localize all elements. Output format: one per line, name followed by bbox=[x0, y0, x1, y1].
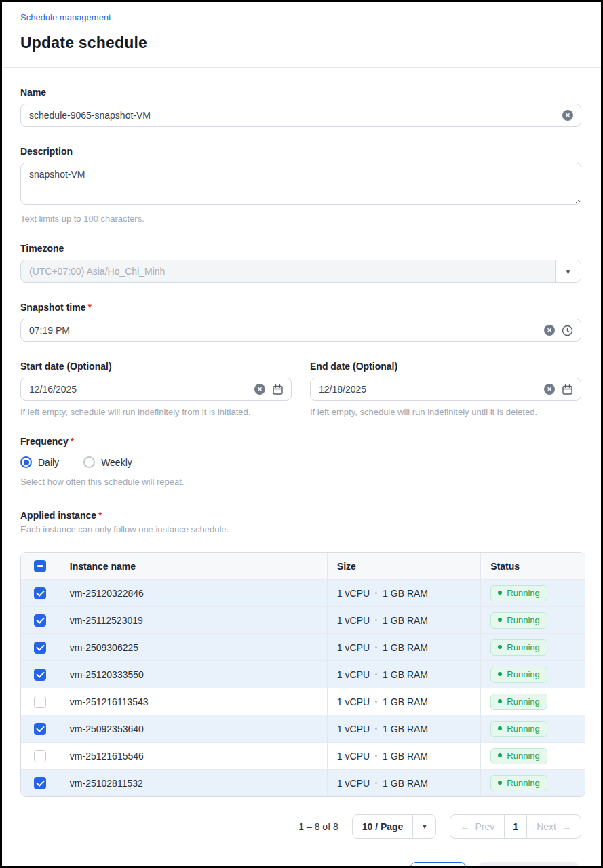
status-badge: Running bbox=[490, 775, 547, 791]
name-input[interactable] bbox=[20, 104, 581, 127]
applied-instance-label: Applied instance bbox=[20, 510, 96, 521]
cpu-value: 1 vCPU bbox=[337, 588, 370, 599]
clear-name-icon[interactable]: ✕ bbox=[562, 110, 573, 121]
applied-instance-section: Applied instance* Each instance can only… bbox=[20, 510, 581, 868]
clear-time-icon[interactable]: ✕ bbox=[544, 325, 555, 336]
instance-table: Instance name Size Status vm-25120322846… bbox=[20, 552, 585, 797]
arrow-right-icon: → bbox=[562, 821, 571, 832]
clear-start-date-icon[interactable]: ✕ bbox=[254, 384, 265, 395]
description-input[interactable]: snapshot-VM bbox=[20, 163, 581, 205]
page-number-button[interactable]: 1 bbox=[504, 815, 527, 838]
frequency-helper: Select how often this schedule will repe… bbox=[20, 477, 581, 487]
clock-icon[interactable] bbox=[562, 325, 573, 336]
form-actions: Cancel Update schedule bbox=[20, 862, 581, 868]
cpu-value: 1 vCPU bbox=[337, 751, 370, 762]
prev-page-button[interactable]: ← Prev bbox=[450, 815, 504, 838]
update-schedule-button[interactable]: Update schedule bbox=[478, 862, 579, 868]
dates-row: Start date (Optional) ✕ If left empty, s… bbox=[20, 361, 581, 417]
calendar-icon[interactable] bbox=[562, 384, 573, 395]
dot-separator bbox=[375, 782, 377, 784]
instance-name: vm-25120333550 bbox=[60, 661, 328, 688]
snapshot-time-label: Snapshot time bbox=[20, 302, 85, 313]
row-checkbox[interactable] bbox=[34, 750, 46, 762]
frequency-label: Frequency bbox=[20, 436, 69, 447]
description-label: Description bbox=[20, 146, 581, 157]
page-size-select[interactable]: 10 / Page ▼ bbox=[352, 814, 437, 839]
status-badge: Running bbox=[490, 612, 547, 629]
pagination-range: 1 – 8 of 8 bbox=[298, 821, 338, 832]
dot-separator bbox=[375, 728, 377, 730]
row-checkbox[interactable] bbox=[34, 587, 46, 599]
status-dot-icon bbox=[498, 726, 502, 730]
instance-name: vm-25102811532 bbox=[60, 770, 328, 796]
column-header-status: Status bbox=[481, 553, 585, 579]
frequency-option-weekly[interactable]: Weekly bbox=[83, 456, 132, 468]
ram-value: 1 GB RAM bbox=[383, 588, 428, 599]
status-badge: Running bbox=[490, 721, 547, 737]
status-badge: Running bbox=[490, 694, 547, 710]
dot-separator bbox=[375, 646, 377, 648]
row-checkbox[interactable] bbox=[34, 723, 46, 735]
frequency-option-daily[interactable]: Daily bbox=[20, 456, 59, 468]
cpu-value: 1 vCPU bbox=[337, 669, 370, 680]
arrow-left-icon: ← bbox=[460, 821, 469, 832]
instance-name: vm-25120322846 bbox=[60, 580, 328, 606]
select-all-checkbox[interactable] bbox=[34, 560, 46, 572]
cpu-value: 1 vCPU bbox=[337, 615, 370, 626]
status-dot-icon bbox=[498, 781, 502, 785]
column-header-size: Size bbox=[328, 553, 481, 579]
instance-name: vm-251216113543 bbox=[60, 688, 328, 715]
ram-value: 1 GB RAM bbox=[383, 642, 428, 653]
row-checkbox[interactable] bbox=[34, 696, 46, 708]
clear-end-date-icon[interactable]: ✕ bbox=[544, 384, 555, 395]
row-checkbox[interactable] bbox=[34, 669, 46, 681]
name-label: Name bbox=[20, 87, 581, 98]
radio-icon bbox=[83, 456, 95, 468]
status-dot-icon bbox=[498, 672, 502, 676]
description-field: Description snapshot-VM Text limits up t… bbox=[20, 146, 581, 224]
snapshot-time-input[interactable] bbox=[20, 319, 581, 342]
next-page-button[interactable]: Next → bbox=[527, 815, 581, 838]
name-field: Name ✕ bbox=[20, 87, 581, 127]
dot-separator bbox=[375, 619, 377, 621]
table-row: vm-25120322846 1 vCPU1 GB RAM Running bbox=[21, 579, 585, 606]
radio-label: Weekly bbox=[101, 457, 132, 468]
row-checkbox[interactable] bbox=[34, 777, 46, 789]
row-checkbox[interactable] bbox=[34, 642, 46, 654]
timezone-field: Timezone (UTC+07:00) Asia/Ho_Chi_Minh ▼ bbox=[20, 243, 581, 283]
chevron-down-icon[interactable]: ▼ bbox=[412, 815, 435, 838]
required-asterisk: * bbox=[98, 510, 102, 521]
start-date-input[interactable] bbox=[20, 378, 292, 401]
radio-label: Daily bbox=[38, 457, 59, 468]
description-helper: Text limits up to 100 characters. bbox=[20, 214, 581, 224]
breadcrumb[interactable]: Schedule management bbox=[20, 12, 111, 22]
table-row: vm-25121615546 1 vCPU1 GB RAM Running bbox=[21, 742, 585, 769]
ram-value: 1 GB RAM bbox=[383, 724, 428, 734]
frequency-field: Frequency* Daily Weekly Select how often… bbox=[20, 436, 581, 487]
radio-icon bbox=[20, 456, 32, 468]
dot-separator bbox=[375, 592, 377, 594]
start-date-field: Start date (Optional) ✕ If left empty, s… bbox=[20, 361, 292, 417]
required-asterisk: * bbox=[87, 302, 91, 313]
header-divider bbox=[2, 67, 601, 68]
cancel-button[interactable]: Cancel bbox=[410, 862, 466, 868]
cpu-value: 1 vCPU bbox=[337, 724, 370, 734]
start-date-label: Start date (Optional) bbox=[20, 361, 292, 372]
timezone-select: (UTC+07:00) Asia/Ho_Chi_Minh ▼ bbox=[20, 260, 581, 283]
table-row: vm-25092353640 1 vCPU1 GB RAM Running bbox=[21, 715, 585, 742]
end-date-input[interactable] bbox=[310, 378, 581, 401]
instance-name: vm-25112523019 bbox=[60, 607, 328, 633]
calendar-icon[interactable] bbox=[272, 384, 284, 395]
table-row: vm-25120333550 1 vCPU1 GB RAM Running bbox=[21, 660, 585, 688]
row-checkbox[interactable] bbox=[34, 614, 46, 627]
ram-value: 1 GB RAM bbox=[383, 615, 428, 626]
ram-value: 1 GB RAM bbox=[383, 669, 428, 680]
cpu-value: 1 vCPU bbox=[337, 642, 370, 653]
timezone-dropdown-button[interactable]: ▼ bbox=[555, 260, 581, 282]
cpu-value: 1 vCPU bbox=[337, 778, 370, 789]
status-dot-icon bbox=[498, 645, 502, 649]
ram-value: 1 GB RAM bbox=[383, 751, 428, 762]
table-row: vm-251216113543 1 vCPU1 GB RAM Running bbox=[21, 688, 585, 715]
end-date-helper: If left empty, schedule will run indefin… bbox=[310, 407, 581, 417]
page-size-value: 10 / Page bbox=[353, 815, 413, 838]
